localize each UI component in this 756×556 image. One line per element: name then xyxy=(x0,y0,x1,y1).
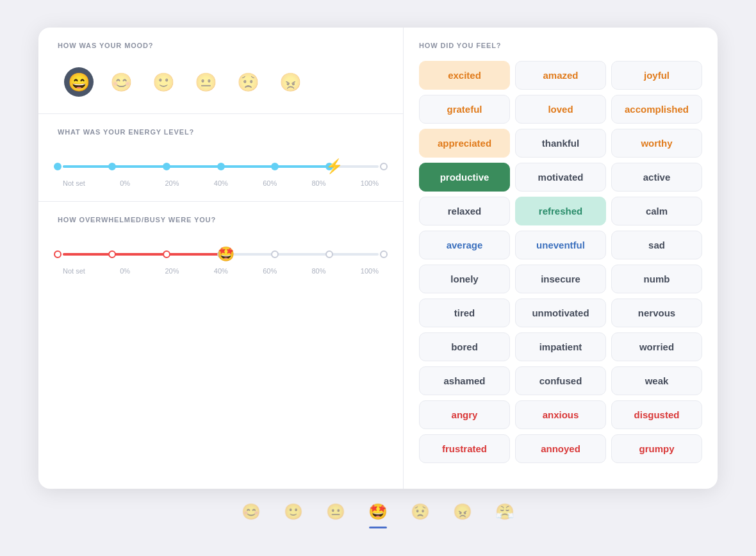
feel-chip-active[interactable]: active xyxy=(611,163,702,192)
energy-dot-1[interactable] xyxy=(108,163,116,170)
overwhelm-dot-6[interactable] xyxy=(380,250,388,258)
left-panel: HOW WAS YOUR MOOD? 😄😊🙂😐😟😠 WHAT WAS YOUR … xyxy=(38,28,404,489)
mood-emoji-3[interactable]: 😐 xyxy=(191,67,220,97)
overwhelm-dot-4[interactable] xyxy=(271,250,279,258)
bottom-nav-item-5[interactable]: 😠 xyxy=(451,500,474,523)
feel-title: HOW DID YOU FEEL? xyxy=(419,42,702,49)
feel-grid: excitedamazedjoyfulgratefullovedaccompli… xyxy=(419,61,702,463)
overwhelm-label: 40% xyxy=(214,267,228,275)
energy-label: 40% xyxy=(214,179,228,187)
feel-chip-anxious[interactable]: anxious xyxy=(515,400,606,429)
overwhelm-label: 20% xyxy=(165,267,179,275)
feel-chip-worthy[interactable]: worthy xyxy=(611,129,702,158)
feel-chip-unmotivated[interactable]: unmotivated xyxy=(515,298,606,327)
mood-row: 😄😊🙂😐😟😠 xyxy=(58,61,384,102)
bottom-nav-item-6[interactable]: 😤 xyxy=(493,500,516,523)
overwhelm-emoji-icon: 🤩 xyxy=(217,246,234,263)
feel-chip-angry[interactable]: angry xyxy=(419,400,510,429)
energy-dot-6[interactable] xyxy=(380,163,388,170)
feel-chip-productive[interactable]: productive xyxy=(419,163,510,192)
feel-chip-amazed[interactable]: amazed xyxy=(515,61,606,90)
overwhelm-dot-5[interactable] xyxy=(325,250,333,258)
feel-chip-ashamed[interactable]: ashamed xyxy=(419,366,510,395)
feel-chip-disgusted[interactable]: disgusted xyxy=(611,400,702,429)
feel-chip-nervous[interactable]: nervous xyxy=(611,298,702,327)
energy-track[interactable]: ⚡ xyxy=(58,155,384,178)
feel-chip-loved[interactable]: loved xyxy=(515,95,606,124)
feel-chip-motivated[interactable]: motivated xyxy=(515,163,606,192)
feel-chip-appreciated[interactable]: appreciated xyxy=(419,129,510,158)
feel-chip-relaxed[interactable]: relaxed xyxy=(419,197,510,225)
feel-chip-joyful[interactable]: joyful xyxy=(611,61,702,90)
overwhelm-fill xyxy=(63,253,226,256)
feel-chip-average[interactable]: average xyxy=(419,231,510,259)
overwhelm-labels: Not set0%20%40%60%80%100% xyxy=(58,267,384,275)
overwhelm-label: 0% xyxy=(120,267,130,275)
main-card: HOW WAS YOUR MOOD? 😄😊🙂😐😟😠 WHAT WAS YOUR … xyxy=(38,28,718,489)
energy-dot-0[interactable] xyxy=(54,163,62,170)
right-panel: HOW DID YOU FEEL? excitedamazedjoyfulgra… xyxy=(404,28,718,489)
energy-fill xyxy=(63,165,334,168)
energy-label: 80% xyxy=(312,179,326,187)
mood-section: HOW WAS YOUR MOOD? 😄😊🙂😐😟😠 xyxy=(38,28,403,114)
overwhelm-slider-area: 🤩 Not set0%20%40%60%80%100% xyxy=(58,235,384,277)
mood-title: HOW WAS YOUR MOOD? xyxy=(58,42,384,49)
energy-dot-4[interactable] xyxy=(271,163,279,170)
energy-label: Not set xyxy=(63,179,85,187)
energy-label: 100% xyxy=(361,179,379,187)
energy-section: WHAT WAS YOUR ENERGY LEVEL? ⚡ Not set0%2… xyxy=(38,114,403,202)
feel-chip-weak[interactable]: weak xyxy=(611,366,702,395)
mood-emoji-5[interactable]: 😠 xyxy=(275,67,305,97)
energy-label: 20% xyxy=(165,179,179,187)
bottom-nav-item-4[interactable]: 😟 xyxy=(409,500,432,523)
feel-chip-accomplished[interactable]: accomplished xyxy=(611,95,702,124)
feel-chip-insecure[interactable]: insecure xyxy=(515,265,606,293)
energy-title: WHAT WAS YOUR ENERGY LEVEL? xyxy=(58,128,384,136)
energy-slider-area: ⚡ Not set0%20%40%60%80%100% xyxy=(58,147,384,190)
feel-chip-frustrated[interactable]: frustrated xyxy=(419,434,510,463)
feel-chip-bored[interactable]: bored xyxy=(419,332,510,361)
bottom-nav: 😊🙂😐🤩😟😠😤 xyxy=(240,500,516,528)
feel-chip-calm[interactable]: calm xyxy=(611,197,702,225)
overwhelm-title: HOW OVERWHELMED/BUSY WERE YOU? xyxy=(58,216,384,224)
energy-label: 0% xyxy=(120,179,130,187)
feel-chip-worried[interactable]: worried xyxy=(611,332,702,361)
bottom-nav-item-1[interactable]: 🙂 xyxy=(282,500,305,523)
feel-chip-grateful[interactable]: grateful xyxy=(419,95,510,124)
overwhelm-label: 60% xyxy=(263,267,277,275)
feel-chip-tired[interactable]: tired xyxy=(419,298,510,327)
feel-chip-confused[interactable]: confused xyxy=(515,366,606,395)
feel-chip-refreshed[interactable]: refreshed xyxy=(515,197,606,225)
feel-chip-sad[interactable]: sad xyxy=(611,231,702,259)
mood-emoji-0[interactable]: 😄 xyxy=(64,67,94,97)
overwhelm-section: HOW OVERWHELMED/BUSY WERE YOU? 🤩 Not set… xyxy=(38,202,403,289)
overwhelm-dot-1[interactable] xyxy=(108,250,116,258)
energy-labels: Not set0%20%40%60%80%100% xyxy=(58,179,384,187)
feel-chip-annoyed[interactable]: annoyed xyxy=(515,434,606,463)
overwhelm-track[interactable]: 🤩 xyxy=(58,243,384,266)
overwhelm-label: 80% xyxy=(312,267,326,275)
feel-chip-thankful[interactable]: thankful xyxy=(515,129,606,158)
mood-emoji-4[interactable]: 😟 xyxy=(233,67,263,97)
overwhelm-label: Not set xyxy=(63,267,85,275)
feel-chip-lonely[interactable]: lonely xyxy=(419,265,510,293)
energy-dot-3[interactable] xyxy=(217,163,225,170)
energy-label: 60% xyxy=(263,179,277,187)
overwhelm-dot-2[interactable] xyxy=(163,250,170,258)
overwhelm-label: 100% xyxy=(361,267,379,275)
feel-chip-grumpy[interactable]: grumpy xyxy=(611,434,702,463)
bottom-nav-item-0[interactable]: 😊 xyxy=(240,500,263,523)
feel-chip-excited[interactable]: excited xyxy=(419,61,510,90)
feel-chip-impatient[interactable]: impatient xyxy=(515,332,606,361)
lightning-icon: ⚡ xyxy=(325,158,343,175)
mood-emoji-2[interactable]: 🙂 xyxy=(149,67,178,97)
bottom-nav-item-2[interactable]: 😐 xyxy=(324,500,347,523)
overwhelm-dot-0[interactable] xyxy=(54,250,62,258)
feel-chip-numb[interactable]: numb xyxy=(611,265,702,293)
bottom-nav-item-3[interactable]: 🤩 xyxy=(366,500,390,523)
energy-dot-2[interactable] xyxy=(163,163,170,170)
feel-chip-uneventful[interactable]: uneventful xyxy=(515,231,606,259)
mood-emoji-1[interactable]: 😊 xyxy=(106,67,136,97)
